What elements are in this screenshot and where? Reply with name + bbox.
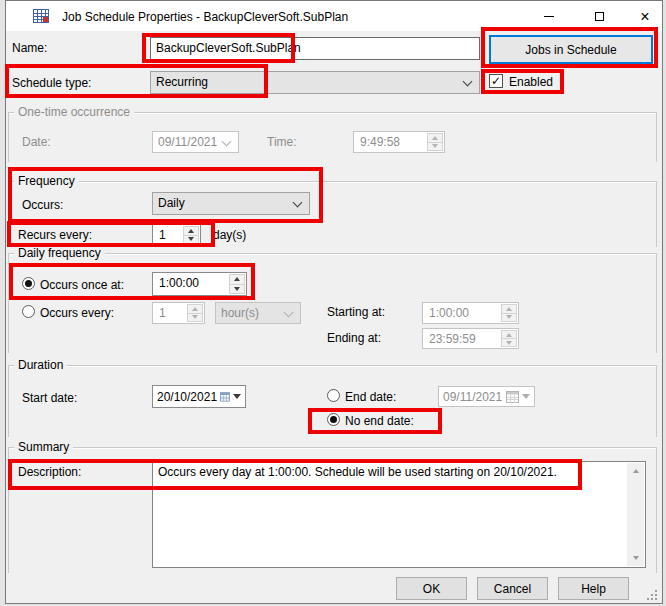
end-date-label: End date:: [345, 390, 396, 404]
spinner-buttons[interactable]: [183, 226, 199, 244]
maximize-button[interactable]: [579, 3, 619, 30]
occurs-every-unit-select: hour(s): [215, 302, 301, 324]
title-bar: Job Schedule Properties - BackupCleverSo…: [6, 1, 662, 31]
schedule-grid-icon: [33, 8, 49, 24]
calendar-icon: [220, 390, 230, 403]
resize-grip-icon[interactable]: [647, 590, 659, 602]
checkmark-icon: ✓: [491, 74, 501, 88]
daily-frequency-group-label: Daily frequency: [14, 246, 105, 260]
end-date-radio[interactable]: [327, 389, 340, 402]
spinner-buttons: [501, 304, 517, 322]
date-label: Date:: [22, 135, 51, 149]
time-spinner: 9:49:58: [353, 131, 445, 153]
schedule-type-value: Recurring: [156, 75, 208, 89]
spin-up-icon: [506, 333, 512, 337]
spin-down-icon: [188, 237, 194, 241]
time-label: Time:: [267, 135, 297, 149]
close-button[interactable]: ×: [625, 3, 665, 30]
ok-label: OK: [423, 582, 440, 596]
name-input-value: BackupCleverSoft.SubPlan: [156, 41, 301, 55]
name-input[interactable]: BackupCleverSoft.SubPlan: [150, 37, 480, 60]
start-date-value: 20/10/2021: [157, 390, 217, 404]
spin-up-icon: [506, 307, 512, 311]
description-text: Occurs every day at 1:00:00. Schedule wi…: [158, 465, 621, 480]
no-end-date-label: No end date:: [345, 414, 414, 428]
recurs-every-label: Recurs every:: [18, 228, 92, 242]
duration-group-label: Duration: [14, 358, 67, 372]
start-date-label: Start date:: [22, 391, 77, 405]
scroll-up-icon: [633, 469, 639, 473]
recurs-unit-label: day(s): [213, 228, 246, 242]
spin-up-icon: [234, 277, 240, 281]
occurs-every-unit-value: hour(s): [221, 306, 259, 320]
occurs-every-radio[interactable]: [22, 305, 35, 318]
scroll-down-icon: [633, 556, 639, 560]
cancel-button[interactable]: Cancel: [477, 577, 548, 600]
help-label: Help: [581, 582, 606, 596]
chevron-down-icon: [284, 308, 294, 318]
enabled-label: Enabled: [509, 75, 553, 89]
description-textarea[interactable]: Occurs every day at 1:00:00. Schedule wi…: [152, 461, 646, 568]
chevron-down-icon: [463, 77, 473, 87]
name-label: Name:: [12, 41, 47, 55]
screenshot-stage: Job Schedule Properties - BackupCleverSo…: [0, 0, 666, 606]
scroll-down-button[interactable]: [627, 550, 644, 566]
date-select: 09/11/2021: [152, 131, 239, 153]
window-title: Job Schedule Properties - BackupCleverSo…: [62, 10, 348, 24]
occurs-every-stepper: 1: [152, 302, 205, 324]
spin-down-icon: [506, 341, 512, 345]
jobs-in-schedule-label: Jobs in Schedule: [525, 43, 616, 57]
starting-at-value: 1:00:00: [429, 306, 469, 320]
minimize-button[interactable]: [529, 3, 569, 30]
minimize-icon: [544, 16, 554, 17]
vertical-scrollbar[interactable]: [627, 463, 644, 566]
chevron-down-icon: [293, 198, 303, 208]
spinner-buttons: [501, 330, 517, 347]
group-frequency: [8, 181, 657, 247]
scroll-up-button[interactable]: [627, 463, 644, 479]
calendar-icon: [506, 390, 519, 403]
spin-up-icon: [192, 307, 198, 311]
occurs-label: Occurs:: [22, 198, 63, 212]
one-time-group-label: One-time occurrence: [14, 105, 134, 119]
chevron-down-icon: [222, 137, 232, 147]
occurs-every-label: Occurs every:: [40, 306, 114, 320]
jobs-in-schedule-button[interactable]: Jobs in Schedule: [489, 35, 653, 64]
ending-at-value: 23:59:59: [429, 332, 476, 346]
occurs-value: Daily: [158, 196, 185, 210]
group-one-time-occurrence: [8, 112, 657, 162]
ok-button[interactable]: OK: [396, 577, 467, 600]
occurs-once-radio[interactable]: [22, 277, 35, 290]
cancel-label: Cancel: [494, 582, 531, 596]
ending-at-spinner: 23:59:59: [422, 328, 519, 349]
schedule-type-label: Schedule type:: [12, 76, 91, 90]
spinner-buttons[interactable]: [229, 274, 245, 294]
starting-at-spinner: 1:00:00: [422, 302, 519, 324]
ending-at-label: Ending at:: [327, 331, 381, 345]
date-value: 09/11/2021: [158, 135, 217, 149]
frequency-group-label: Frequency: [14, 174, 79, 188]
close-icon: ×: [640, 9, 649, 25]
spin-down-icon: [234, 287, 240, 291]
summary-group-label: Summary: [14, 440, 73, 454]
spin-down-icon: [432, 144, 438, 148]
occurs-once-label: Occurs once at:: [40, 278, 124, 292]
end-date-picker: 09/11/2021: [438, 386, 535, 407]
description-label: Description:: [18, 465, 81, 479]
help-button[interactable]: Help: [558, 577, 629, 600]
spinner-buttons: [187, 304, 203, 322]
enabled-checkbox[interactable]: ✓: [489, 74, 503, 88]
schedule-type-select[interactable]: Recurring: [150, 71, 480, 94]
time-value: 9:49:58: [360, 135, 400, 149]
recurs-every-stepper[interactable]: 1: [152, 224, 201, 246]
occurs-every-value: 1: [159, 306, 166, 320]
occurs-select[interactable]: Daily: [152, 192, 310, 215]
spin-up-icon: [432, 136, 438, 140]
spin-up-icon: [188, 229, 194, 233]
no-end-date-radio[interactable]: [327, 413, 340, 426]
start-date-picker[interactable]: 20/10/2021: [152, 385, 246, 408]
occurs-once-time-value: 1:00:00: [159, 276, 199, 290]
end-date-value: 09/11/2021: [443, 390, 503, 404]
occurs-once-time-spinner[interactable]: 1:00:00: [152, 272, 247, 296]
maximize-icon: [595, 12, 604, 21]
